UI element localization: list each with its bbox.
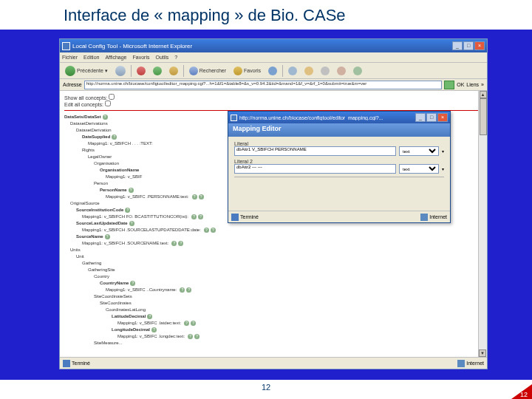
help-icon[interactable]: ? — [191, 321, 196, 326]
help-icon[interactable]: ? — [191, 214, 197, 219]
history-icon — [288, 66, 297, 75]
tree-node[interactable]: SourceInstitutionCode — [76, 208, 123, 212]
menu-view[interactable]: Affichage — [105, 55, 126, 60]
scroll-down-button[interactable]: ▼ — [479, 349, 486, 357]
mail-button[interactable] — [302, 66, 316, 76]
popup-minimize-button[interactable]: _ — [415, 113, 426, 122]
history-button[interactable] — [286, 66, 299, 76]
links-label[interactable]: Liens — [466, 82, 479, 87]
help-icon[interactable]: ? — [112, 134, 117, 140]
tree-mapping[interactable]: Mapping1: v_SBIFC .PERSONNAME:text: — [106, 194, 189, 199]
literal1-type-select[interactable]: text — [399, 146, 439, 156]
tree-mapping[interactable]: Mapping1: v_SBIFCH .SOURCELASTUPDATEDDAT… — [82, 228, 201, 232]
help-icon[interactable]: ? — [194, 334, 200, 339]
menu-help[interactable]: ? — [174, 55, 177, 60]
tree-node[interactable]: GatheringSite — [64, 267, 482, 273]
help-icon[interactable]: ? — [186, 287, 191, 293]
help-icon[interactable]: ? — [204, 228, 209, 233]
tree-node[interactable]: DateSupplied — [82, 134, 110, 139]
help-icon[interactable]: ? — [103, 115, 108, 120]
help-icon[interactable]: ? — [130, 281, 135, 286]
literal1-input[interactable]: dbAttr1 V_SBIFCH PERSONNAME — [234, 146, 396, 156]
help-icon[interactable]: ? — [125, 208, 130, 213]
home-button[interactable] — [167, 66, 180, 76]
tree-node[interactable]: LongitudeDecimal — [112, 327, 150, 332]
help-icon[interactable]: ? — [211, 228, 216, 233]
tree-node[interactable]: SourceName — [76, 234, 103, 239]
tree-node[interactable]: Country — [64, 273, 482, 280]
help-icon[interactable]: ? — [192, 194, 197, 200]
tree-node[interactable]: CoordinatesLatLong — [64, 307, 482, 313]
edit-button[interactable] — [335, 66, 348, 76]
help-icon[interactable]: ? — [151, 327, 157, 332]
maximize-button[interactable]: □ — [463, 41, 474, 50]
ie-window-title: Local Config Tool - Microsoft Internet E… — [72, 43, 192, 50]
address-input[interactable]: http://norma.unine.ch/biocase/configtool… — [84, 81, 443, 89]
tree-mapping[interactable]: Mapping1: v_SBIFC ..Countryname: — [106, 287, 177, 292]
popup-maximize-button[interactable]: □ — [426, 113, 437, 122]
tree-node[interactable]: Gathering — [64, 260, 482, 267]
tree-mapping[interactable]: Mapping1: v_SBIFCH FO. BCASTITTUTIONCOR(… — [82, 214, 188, 219]
page-icon — [63, 360, 70, 367]
edit-all-checkbox[interactable] — [105, 100, 111, 106]
help-icon[interactable]: ? — [188, 334, 193, 339]
divider — [234, 177, 444, 177]
help-icon[interactable]: ? — [171, 241, 177, 246]
show-all-checkbox[interactable] — [109, 94, 115, 100]
vertical-scrollbar[interactable]: ▲ ▼ — [478, 91, 487, 357]
menu-tools[interactable]: Outils — [155, 55, 168, 60]
tree-node[interactable]: OrganisationName — [100, 168, 139, 172]
help-icon[interactable]: ? — [184, 321, 189, 326]
tree-mapping[interactable]: Mapping1: v_SBIFC .latdec:text: — [117, 321, 181, 325]
tree-root[interactable]: DataSets/DataSet — [64, 115, 101, 119]
back-button[interactable]: Précédente ▾ — [63, 65, 110, 77]
tree-node[interactable]: LatitudeDecimal — [112, 314, 146, 318]
refresh-button[interactable] — [151, 66, 164, 76]
tree-node[interactable]: CountryName — [100, 281, 129, 285]
tree-node[interactable]: PersonName — [100, 188, 127, 192]
tree-node[interactable]: SiteCoordinates — [64, 300, 482, 307]
tree-node[interactable]: Unit — [64, 253, 482, 260]
literal2-input[interactable]: dbAttr2 --- --- — [234, 164, 396, 174]
discuss-button[interactable] — [351, 66, 364, 76]
help-icon[interactable]: ? — [180, 287, 185, 293]
go-button[interactable] — [444, 81, 454, 89]
tree-node[interactable]: SourceLastUpdatedDate — [76, 221, 128, 225]
tree-node[interactable]: SiteMeasure... — [64, 340, 482, 347]
tree-mapping[interactable]: Mapping1: v_SBIFC .longdec:text: — [117, 334, 185, 338]
toolbar-separator — [282, 65, 283, 77]
star-icon — [233, 66, 242, 75]
ie-app-icon — [62, 42, 70, 50]
tree-node[interactable]: SiteCoordinateSets — [64, 293, 482, 300]
print-button[interactable] — [318, 66, 332, 76]
help-icon[interactable]: ? — [199, 194, 204, 200]
popup-window-controls: _ □ × — [415, 113, 448, 122]
popup-titlebar[interactable]: http://norma.unine.ch/biocase/configtool… — [228, 112, 450, 123]
help-icon[interactable]: ? — [105, 234, 110, 239]
popup-close-button[interactable]: × — [437, 113, 448, 122]
help-icon[interactable]: ? — [147, 314, 152, 319]
menu-edit[interactable]: Edition — [83, 55, 99, 60]
help-icon[interactable]: ? — [198, 214, 203, 219]
stop-button[interactable] — [134, 66, 148, 76]
minimize-button[interactable]: _ — [452, 41, 463, 50]
favorites-button[interactable]: Favoris — [231, 66, 263, 76]
media-button[interactable] — [266, 66, 279, 76]
close-button[interactable]: × — [474, 41, 485, 50]
help-icon[interactable]: ? — [129, 221, 134, 226]
scroll-thumb[interactable] — [480, 98, 487, 135]
edit-icon — [337, 66, 346, 75]
search-button[interactable]: Rechercher — [187, 66, 228, 76]
help-icon[interactable]: ? — [178, 241, 183, 246]
tree-node[interactable]: Units — [64, 247, 482, 253]
scroll-up-button[interactable]: ▲ — [480, 91, 487, 98]
menu-favorites[interactable]: Favoris — [132, 55, 149, 60]
literal2-type-select[interactable]: text — [399, 164, 439, 174]
ie-titlebar[interactable]: Local Config Tool - Microsoft Internet E… — [60, 39, 487, 52]
menu-file[interactable]: Fichier — [62, 55, 78, 60]
help-icon[interactable]: ? — [129, 188, 134, 193]
forward-button[interactable] — [113, 65, 128, 77]
toolbar-separator — [131, 65, 132, 77]
home-icon — [169, 66, 178, 75]
tree-mapping[interactable]: Mapping1: v_SBIFCH .SOURCENAME:text: — [82, 241, 168, 245]
